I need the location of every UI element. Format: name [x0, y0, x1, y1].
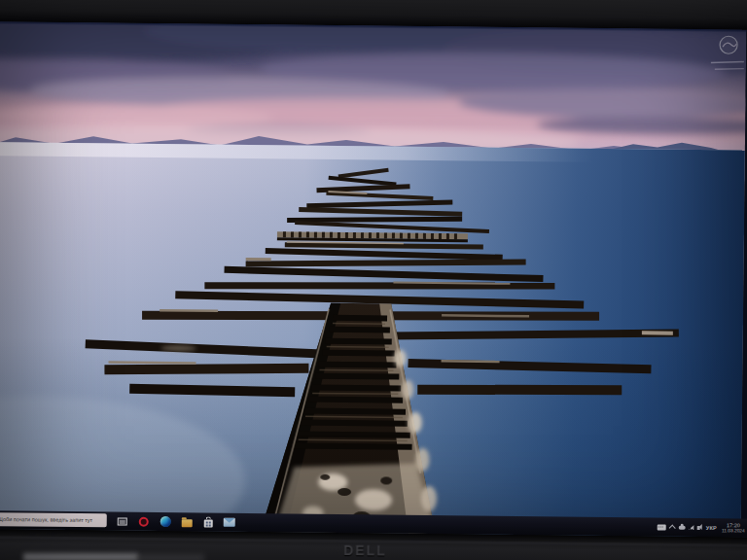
- mail-envelope-icon: [224, 518, 235, 527]
- system-tray: УКР 17:20 11.03.2024: [658, 517, 747, 537]
- edge-browser-button[interactable]: [160, 514, 171, 528]
- language-indicator[interactable]: УКР: [705, 525, 718, 531]
- onedrive-cloud-icon[interactable]: [679, 526, 686, 530]
- desktop-wallpaper: [0, 21, 746, 537]
- taskbar-pinned-icons: [117, 511, 235, 531]
- volume-icon[interactable]: [697, 525, 700, 529]
- search-placeholder: Щоби почати пошук, введіть запит тут: [0, 516, 92, 523]
- dell-brand-logo: DELL: [316, 542, 413, 559]
- task-view-button[interactable]: [117, 514, 128, 528]
- mail-button[interactable]: [224, 515, 235, 529]
- clock[interactable]: 17:20 11.03.2024: [721, 522, 746, 534]
- show-hidden-icons-chevron-icon[interactable]: [669, 525, 676, 532]
- touch-keyboard-icon[interactable]: [658, 524, 666, 530]
- screen: Щоби почати пошук, введіть запит тут: [0, 21, 747, 538]
- opera-icon: [139, 516, 149, 526]
- network-icon[interactable]: [689, 525, 694, 530]
- desk-surface: [23, 553, 138, 560]
- task-view-icon: [118, 517, 127, 525]
- photo-of-monitor: Щоби почати пошук, введіть запит тут: [0, 0, 747, 560]
- microsoft-store-button[interactable]: [202, 515, 214, 529]
- desk-surface-shadow: [136, 555, 204, 560]
- clock-date: 11.03.2024: [722, 528, 745, 534]
- folder-icon: [181, 519, 192, 527]
- dell-monitor: Щоби почати пошук, введіть запит тут: [0, 0, 747, 560]
- file-explorer-button[interactable]: [181, 515, 193, 529]
- store-bag-icon: [203, 519, 212, 527]
- taskbar-search[interactable]: Щоби почати пошук, введіть запит тут: [0, 512, 107, 527]
- edge-icon: [160, 516, 170, 527]
- opera-browser-button[interactable]: [138, 514, 150, 528]
- sky: [0, 21, 746, 158]
